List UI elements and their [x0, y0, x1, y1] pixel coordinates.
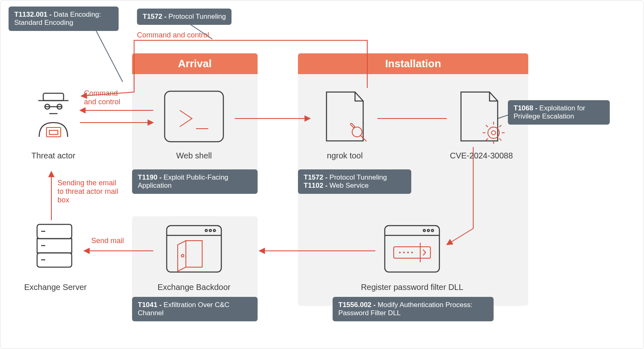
t1068-callout: T1068 - Exploitation for Privilege Escal…	[508, 100, 610, 125]
send-mail-label: Send mail	[91, 237, 124, 245]
svg-point-41	[205, 230, 207, 232]
svg-point-36	[407, 252, 409, 253]
cmd-control-top: Command and control	[137, 31, 209, 40]
svg-line-27	[499, 138, 501, 140]
password-filter-icon	[382, 222, 443, 275]
svg-rect-0	[43, 93, 64, 101]
svg-rect-17	[350, 123, 355, 127]
svg-point-31	[428, 230, 430, 232]
svg-point-32	[432, 230, 434, 232]
t1041-callout: T1041 - Exfiltration Over C&C Channel	[132, 297, 258, 321]
web-shell-icon	[161, 88, 227, 145]
exchange-server-icon	[35, 222, 74, 271]
t1556-callout: T1556.002 - Modify Authentication Proces…	[333, 297, 494, 321]
svg-rect-14	[165, 91, 223, 142]
t1572-top-callout: T1572 - Protocol Tunneling	[137, 9, 232, 25]
cve-icon	[453, 88, 506, 145]
svg-point-42	[210, 230, 212, 232]
arrival-header: Arrival	[132, 53, 258, 74]
sending-email-label: Sending the email to threat actor mail b…	[57, 179, 119, 204]
svg-point-35	[403, 252, 405, 253]
t1572-t1102-callout: T1572 - Protocol TunnelingT1102 - Web Se…	[298, 169, 411, 194]
exchange-server-label: Exchange Server	[15, 283, 96, 292]
svg-line-24	[486, 125, 488, 127]
t1190-callout: T1190 - Exploit Public-Facing Applicatio…	[132, 169, 258, 194]
svg-point-30	[423, 230, 426, 232]
web-shell-label: Web shell	[161, 151, 227, 160]
svg-rect-44	[186, 241, 202, 267]
installation-header: Installation	[298, 53, 528, 74]
exchange-backdoor-label: Exchange Backdoor	[141, 283, 247, 292]
t1132-callout: T1132.001 - Data Encoding: Standard Enco…	[9, 7, 119, 31]
svg-point-19	[492, 131, 496, 135]
threat-actor-icon	[31, 88, 76, 145]
svg-point-37	[411, 252, 413, 253]
svg-line-26	[486, 138, 488, 140]
svg-rect-6	[46, 127, 61, 137]
svg-line-25	[499, 125, 501, 127]
password-filter-label: Register password filter DLL	[351, 283, 473, 292]
threat-actor-label: Threat actor	[25, 151, 82, 160]
svg-point-43	[214, 230, 216, 232]
exchange-backdoor-icon	[163, 222, 225, 275]
svg-point-34	[399, 252, 401, 253]
svg-rect-7	[49, 130, 58, 134]
svg-rect-28	[385, 226, 439, 272]
cve-label: CVE-2024-30088	[437, 151, 526, 160]
ngrok-label: ngrok tool	[314, 151, 375, 160]
ngrok-icon	[318, 88, 371, 145]
cmd-control-left: Command and control	[84, 89, 131, 106]
svg-point-45	[181, 255, 184, 257]
svg-rect-39	[167, 226, 221, 272]
